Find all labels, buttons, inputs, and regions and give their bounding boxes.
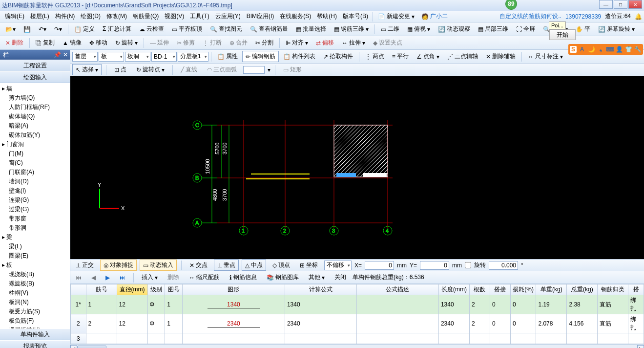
component-tree[interactable]: ▸ 墙 剪力墙(Q) 人防门框墙(RF) 砌体墙(Q) 暗梁(A) 砌体加筋(Y… [0,83,70,328]
save-button[interactable]: 💾 [20,24,34,34]
tree-item[interactable]: 板受力筋(S) [1,307,69,316]
col-loss[interactable]: 损耗(%) [510,284,536,295]
select-button[interactable]: ↖选择▾ [72,64,102,75]
tree-item[interactable]: 柱帽(V) [1,288,69,298]
keyboard-icon[interactable]: ⌨ [606,45,614,53]
offset-button[interactable]: ⇄偏移 [312,37,337,48]
custom-link[interactable]: 自定义线的箍筋如何设.. [499,12,561,21]
grip-button[interactable]: ◆设置夹点 [370,37,406,48]
cross-snap[interactable]: ✕交点 [186,260,211,271]
layer-select[interactable]: 分层板1 [178,52,208,62]
tree-item[interactable]: 暗梁(A) [1,121,69,130]
find-element-button[interactable]: 🔍查找图元 [207,23,246,35]
color-swatch[interactable] [243,66,265,74]
col-dia[interactable]: 直径(mm) [117,284,147,295]
menu-version[interactable]: 版本号(B) [340,12,371,21]
menu-component[interactable]: 构件(N) [52,12,78,21]
notification-badge[interactable]: 89 [505,0,517,10]
col-uw[interactable]: 单重(kg) [536,284,567,295]
tree-item[interactable]: 门(M) [1,149,69,158]
section-project[interactable]: 工程设置 [0,60,70,71]
extend-button[interactable]: —延伸 [146,37,172,48]
top-view-button[interactable]: ▦俯视▾ [404,23,434,35]
osnap-toggle[interactable]: ◎对象捕捉 [100,260,137,271]
rotate-point-button[interactable]: ↻旋转点▾ [133,64,168,75]
angle-button[interactable]: ∠点角▾ [413,51,443,62]
tree-item[interactable]: 带形洞 [1,223,69,233]
tree-item[interactable]: 壁龛(I) [1,186,69,196]
tree-item[interactable]: 现浇板(B) [1,270,69,279]
tree-item[interactable]: 墙洞(D) [1,177,69,186]
col-lap[interactable]: 搭接 [490,284,510,295]
section-draw[interactable]: 绘图输入 [0,71,70,83]
edit-rebar-button[interactable]: ✏编辑钢筋 [242,51,279,62]
batch-select-button[interactable]: ▦批量选择 [292,23,330,35]
rebar-3d-button[interactable]: ▦钢筋三维▾ [331,23,372,35]
list-button[interactable]: 📋构件列表 [280,51,319,62]
shirt-icon[interactable]: 👕 [624,45,632,53]
tree-group-slab[interactable]: ▸ 板 [1,261,69,270]
tree-item[interactable]: 过梁(G) [1,205,69,214]
menu-rebar[interactable]: 钢筋量(Q) [130,12,162,21]
col-level[interactable]: 级别 [147,284,165,295]
guang-link[interactable]: 🧑广小二 [418,11,451,22]
y-input[interactable] [420,261,449,270]
tree-item[interactable]: 板洞(N) [1,298,69,307]
undo-button[interactable]: ↶▾ [35,24,50,34]
nav-next[interactable]: ▶ [102,273,113,283]
pick-button[interactable]: ↗拾取构件 [320,51,356,62]
dynamic-toggle[interactable]: ▭动态输入 [140,260,177,271]
menu-cloud[interactable]: 云应用(Y) [212,12,244,21]
drawing-canvas[interactable]: X Y C B A 1 2 3 4 [70,76,644,259]
mid-snap[interactable]: △中点 [242,260,266,271]
ortho-toggle[interactable]: ⊥正交 [72,260,97,271]
perp-snap[interactable]: ⊥垂点 [214,260,239,271]
bell-icon[interactable]: 🔔 [635,13,642,20]
col-desc[interactable]: 公式描述 [356,284,438,295]
table-hscroll[interactable]: ◀ ▶ [70,344,644,348]
rotate-input[interactable] [489,261,518,270]
col-fig[interactable]: 图号 [165,284,183,295]
menu-help[interactable]: 帮助(H) [314,12,340,21]
tree-group-wall[interactable]: ▸ 墙 [1,84,69,93]
redo-button[interactable]: ↷▾ [51,24,65,34]
minimize-button[interactable]: — [599,0,613,9]
scroll-left[interactable]: ◀ [70,345,77,348]
parallel-button[interactable]: ≡平行 [389,51,412,62]
rebar-lib-button[interactable]: 📚钢筋图库 [263,272,302,283]
subtype-select[interactable]: 板洞 [125,52,150,62]
tree-item[interactable]: 门联窗(A) [1,168,69,177]
menu-tools[interactable]: 工具(T) [187,12,212,21]
col-no[interactable]: 筋号 [86,284,117,295]
tree-item[interactable]: 窗(C) [1,158,69,168]
delete-row-button[interactable]: 删除 [164,272,183,283]
close-panel-icon[interactable]: ✕ [63,51,68,58]
tree-item[interactable]: 螺旋板(B) [1,279,69,288]
x-input[interactable] [365,261,394,270]
tree-item[interactable]: 人防门框墙(RF) [1,103,69,112]
tree-item[interactable]: 连梁(G) [1,196,69,205]
menu-edit[interactable]: 编辑(E) [2,12,27,21]
other-button[interactable]: 其他▾ [305,272,328,283]
fullscreen-button[interactable]: ⛶全屏 [513,23,539,35]
user-icon[interactable]: 👤 [615,45,623,53]
rect-button[interactable]: ▭矩形 [280,64,305,75]
phone-label[interactable]: 13907298339 [565,13,601,20]
tree-item[interactable]: 砌体加筋(Y) [1,130,69,140]
two-point-button[interactable]: ⋮两点 [362,51,388,62]
line-button[interactable]: ╱直线 [177,64,201,75]
menu-modify[interactable]: 修改(M) [104,12,130,21]
floor-select[interactable]: 首层 [72,52,98,62]
tree-item[interactable]: 圈梁(E) [1,251,69,261]
tree-item[interactable]: 剪力墙(Q) [1,93,69,103]
view-rebar-button[interactable]: 🔍查看钢筋量 [247,23,291,35]
merge-button[interactable]: ⊕合并 [226,37,251,48]
arc-button[interactable]: ◠三点画弧 [204,64,240,75]
vertex-snap[interactable]: ◇顶点 [269,260,293,271]
component-select[interactable]: 板 [99,52,124,62]
close-table-button[interactable]: 关闭 [331,272,350,283]
table-row[interactable]: 2212Φ1 2340 234023402002.0784.156直筋绑扎 [71,314,644,333]
col-cat[interactable]: 钢筋归类 [598,284,628,295]
menu-bim[interactable]: BIM应用(I) [244,12,277,21]
dimension-button[interactable]: ↔尺寸标注▾ [524,51,566,62]
